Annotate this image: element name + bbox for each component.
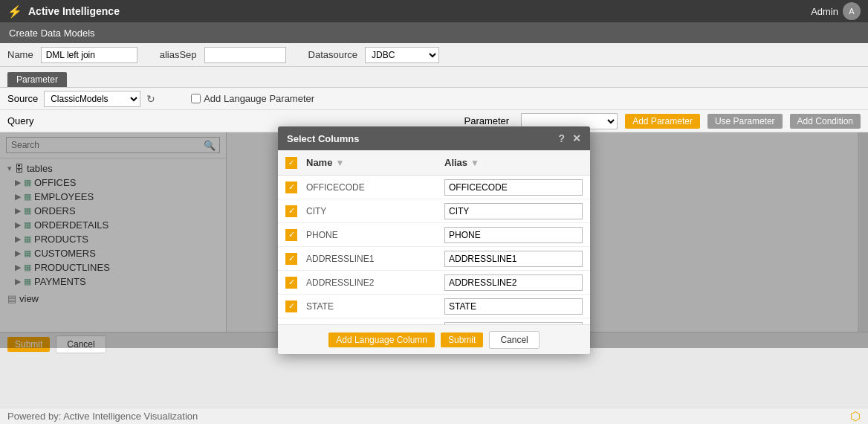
modal-header: Select Columns ? ✕ [278,126,590,150]
add-lang-label: Add Langauge Parameter [204,93,314,104]
table-row: ✓ PHONE [278,223,590,247]
row-checkbox[interactable]: ✓ [285,301,297,312]
top-bar: ⚡ Active Intelligence Admin A [0,0,868,22]
close-icon[interactable]: ✕ [572,132,581,144]
header-checkbox[interactable]: ✓ [285,157,297,169]
table-row: ✓ ADDRESSLINE2 [278,271,590,295]
app-title: Active Intelligence [28,5,120,17]
add-lang-check-area: Add Langauge Parameter [191,93,314,104]
table-row: ✓ COUNTRY [278,318,590,324]
alias-input[interactable] [444,179,583,196]
row-checkbox[interactable]: ✓ [285,277,297,289]
refresh-icon[interactable]: ↻ [146,93,155,105]
name-label: Name [7,49,33,60]
table-row: ✓ CITY [278,199,590,223]
cancel-button[interactable]: Cancel [489,331,539,349]
name-input[interactable] [41,47,137,63]
source-label: Source [7,93,38,104]
modal-table-header: ✓ Name ▼ Alias ▼ [278,150,590,176]
app-logo-icon: ⚡ [7,4,22,19]
row-name: ADDRESSLINE2 [306,277,444,288]
avatar: A [843,2,861,20]
table-row: ✓ ADDRESSLINE1 [278,247,590,271]
footer-icon: ⬡ [850,409,861,423]
row-alias [444,298,583,315]
row-name: STATE [306,301,444,312]
alias-input[interactable] [444,274,583,291]
row-alias [444,251,583,267]
top-bar-left: ⚡ Active Intelligence [7,4,120,19]
table-row: ✓ STATE [278,295,590,318]
add-condition-button[interactable]: Add Condition [790,114,861,129]
alias-input[interactable] [444,322,583,325]
modal-footer: Add Language Column Submit Cancel [278,324,590,354]
alias-input[interactable] [444,203,583,219]
row-name: PHONE [306,230,444,240]
row-alias [444,227,583,243]
alias-input[interactable] [444,298,583,315]
modal-header-icons: ? ✕ [558,132,581,144]
alias-sep-input[interactable] [204,47,286,63]
row-alias [444,322,583,325]
row-checkbox[interactable]: ✓ [285,324,297,325]
row-name: ADDRESSLINE1 [306,254,444,264]
modal-title: Select Columns [287,133,360,144]
page-title: Create Data Models [9,28,95,39]
alias-input[interactable] [444,227,583,243]
row-checkbox[interactable]: ✓ [285,205,297,217]
footer-bar: Powered by: Active Intelligence Visualiz… [0,408,868,424]
param-tab-row: Parameter [0,67,868,88]
alias-filter-icon[interactable]: ▼ [470,158,479,168]
row-alias [444,274,583,291]
datasource-label: Datasource [308,49,357,60]
submit-button[interactable]: Submit [441,333,483,347]
help-icon[interactable]: ? [558,132,565,144]
modal-col-alias: Alias ▼ [444,157,583,168]
select-columns-modal: Select Columns ? ✕ ✓ Name ▼ Alias ▼ [278,126,590,354]
page-title-bar: Create Data Models [0,22,868,43]
table-row: ✓ OFFICECODE [278,176,590,199]
source-select[interactable]: ClassicModels [44,91,140,107]
modal-rows: ✓ OFFICECODE ✓ CITY ✓ PHON [278,176,590,324]
modal-overlay: Select Columns ? ✕ ✓ Name ▼ Alias ▼ [0,132,868,348]
add-parameter-button[interactable]: Add Parameter [625,114,700,129]
parameter-label: Parameter [464,115,509,126]
use-parameter-button[interactable]: Use Parameter [707,114,783,129]
row-alias [444,203,583,219]
add-language-column-button[interactable]: Add Language Column [328,333,435,347]
main-area: 🔍 ▾ 🗄 tables ▶ ▦ OFFICES ▶ ▦ EMPLOYEES ▶ [0,132,868,348]
admin-label: Admin [811,6,838,17]
row-name: CITY [306,206,444,216]
row-name: OFFICECODE [306,182,444,193]
parameter-tab[interactable]: Parameter [7,72,67,87]
row-alias [444,179,583,196]
top-bar-right: Admin A [811,2,861,20]
alias-sep-label: aliasSep [160,49,197,60]
datasource-select[interactable]: JDBC [365,47,439,63]
row-checkbox[interactable]: ✓ [285,182,297,193]
source-row: Source ClassicModels ↻ Add Langauge Para… [0,88,868,110]
powered-by-text: Powered by: Active Intelligence Visualiz… [7,411,198,422]
query-label: Query [7,115,33,126]
row-checkbox[interactable]: ✓ [285,229,297,241]
modal-col-name: Name ▼ [306,157,444,168]
alias-input[interactable] [444,251,583,267]
toolbar-row: Name aliasSep Datasource JDBC [0,43,868,67]
name-filter-icon[interactable]: ▼ [335,158,344,168]
row-checkbox[interactable]: ✓ [285,253,297,265]
add-lang-checkbox[interactable] [191,94,201,103]
